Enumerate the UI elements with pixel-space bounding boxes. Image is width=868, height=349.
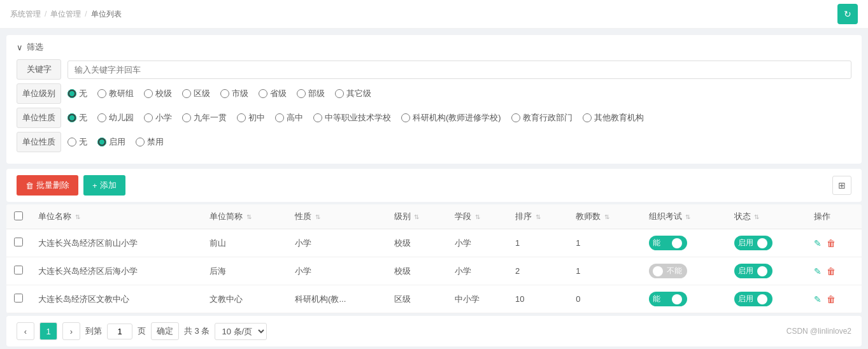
row-short-1: 后海 [202, 257, 287, 285]
sort-icon-status[interactable]: ⇅ [754, 213, 759, 220]
select-all-checkbox[interactable] [14, 211, 23, 220]
table-row: 大连长岛经济区文教中心 文教中心 科研机构(教... 区级 中小学 10 0 能… [6, 285, 862, 313]
radio-item-nature-3[interactable]: 九年一贯 [182, 112, 227, 124]
edit-button-1[interactable]: ✎ [814, 266, 822, 276]
toolbar: 🗑 批量删除 + 添加 ⊞ [6, 169, 862, 202]
current-page-button[interactable]: 1 [39, 322, 57, 340]
exam-toggle-1[interactable]: 不能 [649, 264, 687, 278]
per-page-select[interactable]: 10 条/页 20 条/页 50 条/页 [215, 323, 267, 340]
radio-input-nature-9[interactable] [583, 113, 592, 122]
sort-icon-name[interactable]: ⇅ [75, 213, 80, 220]
radio-input-level-0[interactable] [68, 89, 76, 98]
radio-input-nature-5[interactable] [275, 113, 284, 122]
radio-item-level-0[interactable]: 无 [68, 88, 87, 99]
radio-item-nature-6[interactable]: 中等职业技术学校 [313, 112, 391, 124]
radio-input-status-2[interactable] [136, 138, 145, 146]
radio-item-status-1[interactable]: 启用 [97, 136, 125, 148]
sort-icon-stage[interactable]: ⇅ [475, 213, 480, 220]
radio-input-status-1[interactable] [97, 138, 106, 146]
prev-page-button[interactable]: ‹ [17, 322, 34, 340]
chevron-down-icon: ∨ [17, 43, 23, 52]
status-toggle-0[interactable]: 启用 [734, 236, 772, 250]
sort-icon-nature[interactable]: ⇅ [315, 213, 320, 220]
radio-input-nature-0[interactable] [68, 113, 76, 122]
radio-item-level-5[interactable]: 省级 [259, 88, 287, 99]
add-button[interactable]: + 添加 [83, 175, 125, 196]
filter-title[interactable]: ∨ 筛选 [17, 41, 851, 53]
radio-item-status-2[interactable]: 禁用 [136, 136, 164, 148]
goto-label: 到第 [85, 325, 102, 337]
edit-button-0[interactable]: ✎ [814, 238, 822, 248]
row-nature-2: 科研机构(教... [287, 285, 387, 313]
total-count: 共 3 条 [184, 325, 210, 337]
radio-input-nature-2[interactable] [144, 113, 153, 122]
delete-button-0[interactable]: 🗑 [827, 238, 836, 248]
edit-button-2[interactable]: ✎ [814, 294, 822, 304]
delete-button-1[interactable]: 🗑 [827, 266, 836, 276]
radio-input-nature-8[interactable] [511, 113, 520, 122]
breadcrumb-item-2[interactable]: 单位管理 [50, 9, 81, 20]
status-radio-group: 无启用禁用 [68, 136, 164, 148]
exam-toggle-0[interactable]: 能 [649, 236, 687, 250]
filter-nature-row: 单位性质 无幼儿园小学九年一贯初中高中中等职业技术学校科研机构(教师进修学校)教… [17, 108, 851, 128]
radio-item-level-6[interactable]: 部级 [297, 88, 325, 99]
status-toggle-1[interactable]: 启用 [734, 264, 772, 278]
radio-input-nature-7[interactable] [401, 113, 410, 122]
radio-item-nature-7[interactable]: 科研机构(教师进修学校) [401, 112, 501, 124]
radio-input-level-7[interactable] [335, 89, 344, 98]
refresh-button[interactable]: ↻ [837, 4, 858, 24]
radio-label-nature-9: 其他教育机构 [594, 112, 644, 124]
row-stage-0: 小学 [447, 229, 508, 257]
radio-input-level-2[interactable] [144, 89, 153, 98]
radio-item-status-0[interactable]: 无 [68, 136, 87, 148]
status-toggle-2[interactable]: 启用 [734, 292, 772, 306]
sort-icon-level[interactable]: ⇅ [414, 213, 419, 220]
sort-icon-sort[interactable]: ⇅ [536, 213, 541, 220]
row-level-0: 校级 [387, 229, 447, 257]
radio-input-level-6[interactable] [297, 89, 306, 98]
radio-input-nature-3[interactable] [182, 113, 191, 122]
columns-button[interactable]: ⊞ [832, 176, 851, 195]
radio-input-level-3[interactable] [182, 89, 191, 98]
radio-item-nature-0[interactable]: 无 [68, 112, 87, 124]
batch-delete-button[interactable]: 🗑 批量删除 [17, 175, 78, 196]
radio-input-level-4[interactable] [220, 89, 229, 98]
radio-input-nature-1[interactable] [97, 113, 106, 122]
radio-label-nature-7: 科研机构(教师进修学校) [413, 112, 501, 124]
radio-item-level-7[interactable]: 其它级 [335, 88, 371, 99]
radio-item-nature-9[interactable]: 其他教育机构 [583, 112, 644, 124]
breadcrumb-item-1[interactable]: 系统管理 [10, 9, 41, 20]
next-page-button[interactable]: › [62, 322, 80, 340]
confirm-goto-button[interactable]: 确定 [151, 322, 179, 340]
row-checkbox-2[interactable] [14, 294, 23, 303]
radio-label-level-5: 省级 [270, 88, 287, 99]
nature-label: 单位性质 [17, 108, 61, 128]
radio-item-nature-2[interactable]: 小学 [144, 112, 172, 124]
radio-label-level-1: 教研组 [109, 88, 134, 99]
radio-input-level-1[interactable] [97, 89, 106, 98]
radio-label-level-7: 其它级 [346, 88, 371, 99]
radio-input-nature-6[interactable] [313, 113, 322, 122]
sort-icon-exam[interactable]: ⇅ [685, 213, 690, 220]
th-level: 级别 ⇅ [387, 204, 447, 229]
radio-input-level-5[interactable] [259, 89, 267, 98]
radio-item-nature-1[interactable]: 幼儿园 [97, 112, 134, 124]
row-checkbox-0[interactable] [14, 238, 23, 246]
radio-item-nature-5[interactable]: 高中 [275, 112, 303, 124]
sort-icon-teachers[interactable]: ⇅ [604, 213, 609, 220]
radio-item-level-3[interactable]: 区级 [182, 88, 210, 99]
row-checkbox-1[interactable] [14, 266, 23, 274]
radio-item-level-1[interactable]: 教研组 [97, 88, 134, 99]
radio-item-level-2[interactable]: 校级 [144, 88, 172, 99]
radio-item-level-4[interactable]: 市级 [220, 88, 248, 99]
keyword-input[interactable] [68, 61, 851, 79]
exam-toggle-2[interactable]: 能 [649, 292, 687, 306]
radio-item-nature-4[interactable]: 初中 [237, 112, 265, 124]
radio-input-status-0[interactable] [68, 138, 76, 146]
delete-button-2[interactable]: 🗑 [827, 294, 836, 304]
th-checkbox [6, 204, 31, 229]
goto-page-input[interactable] [107, 324, 132, 339]
radio-input-nature-4[interactable] [237, 113, 246, 122]
radio-item-nature-8[interactable]: 教育行政部门 [511, 112, 573, 124]
sort-icon-short[interactable]: ⇅ [246, 213, 252, 220]
